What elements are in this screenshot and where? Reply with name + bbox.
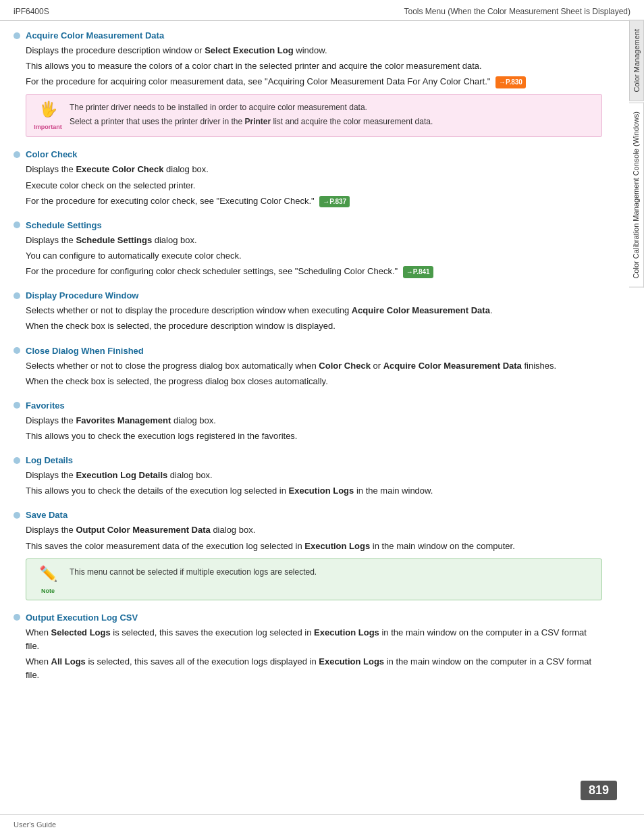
note-icon: ✏️Note: [34, 566, 61, 593]
section-paragraph: When Selected Logs is selected, this sav…: [26, 626, 602, 653]
section-body-output-execution-log: When Selected Logs is selected, this sav…: [14, 626, 602, 683]
hand-icon: 🖐: [39, 98, 57, 121]
section-body-log-details: Displays the Execution Log Details dialo…: [14, 469, 602, 498]
bold-text: Select Execution Log: [205, 45, 293, 55]
section-body-color-check: Displays the Execute Color Check dialog …: [14, 163, 602, 207]
tab-color-calibration[interactable]: Color Calibration Management Console (Wi…: [629, 103, 644, 288]
important-icon: 🖐Important: [34, 101, 61, 128]
section-favorites: FavoritesDisplays the Favorites Manageme…: [14, 400, 602, 443]
bold-text: Color Check: [319, 361, 371, 371]
section-title-text: Favorites: [26, 400, 65, 411]
section-output-execution-log: Output Execution Log CSVWhen Selected Lo…: [14, 613, 602, 683]
section-title-output-execution-log: Output Execution Log CSV: [14, 613, 602, 623]
content-area: Acquire Color Measurement DataDisplays t…: [0, 21, 629, 814]
bullet-icon: [14, 614, 20, 621]
bold-text: Execution Log Details: [76, 470, 167, 480]
note-text: This menu cannot be selected if multiple…: [70, 566, 317, 580]
bold-text: Execution Logs: [319, 656, 384, 667]
bold-text: Acquire Color Measurement Data: [352, 305, 490, 315]
section-close-dialog: Close Dialog When FinishedSelects whethe…: [14, 346, 602, 388]
section-paragraph: For the procedure for acquiring color me…: [26, 75, 602, 88]
bullet-icon: [14, 457, 20, 464]
note-line: Select a printer that uses the printer d…: [70, 115, 433, 128]
section-body-favorites: Displays the Favorites Management dialog…: [14, 414, 602, 443]
section-paragraph: This allows you to check the execution l…: [26, 429, 602, 443]
important-note-box: 🖐ImportantThe printer driver needs to be…: [26, 94, 602, 137]
section-body-save-data: Displays the Output Color Measurement Da…: [14, 523, 602, 600]
section-paragraph: Selects whether or not to display the pr…: [26, 304, 602, 317]
bold-text: All Logs: [51, 656, 86, 667]
section-paragraph: Displays the Output Color Measurement Da…: [26, 523, 602, 537]
bold-text: Favorites Management: [76, 415, 171, 425]
section-title-text: Close Dialog When Finished: [26, 346, 144, 356]
important-label: Important: [34, 123, 62, 132]
bold-text: Execution Logs: [304, 541, 370, 551]
section-title-save-data: Save Data: [14, 510, 602, 520]
page-header: iPF6400S Tools Menu (When the Color Meas…: [0, 0, 644, 21]
section-title-text: Color Check: [26, 149, 78, 159]
bold-text: Output Color Measurement Data: [76, 525, 210, 535]
section-title-color-check: Color Check: [14, 149, 602, 159]
bullet-icon: [14, 347, 20, 354]
section-paragraph: Displays the Favorites Management dialog…: [26, 414, 602, 427]
page-ref-badge: →P.830: [495, 76, 526, 88]
section-title-text: Save Data: [26, 510, 68, 520]
section-title-log-details: Log Details: [14, 455, 602, 465]
section-paragraph: When the check box is selected, the prog…: [26, 375, 602, 388]
bullet-icon: [14, 151, 20, 158]
pencil-icon: ✏️: [39, 563, 57, 585]
section-paragraph: Displays the Execute Color Check dialog …: [26, 163, 602, 176]
section-body-close-dialog: Selects whether or not to close the prog…: [14, 359, 602, 388]
section-paragraph: This allows you to measure the colors of…: [26, 59, 602, 73]
main-content: Acquire Color Measurement DataDisplays t…: [0, 21, 644, 814]
section-paragraph: Displays the Execution Log Details dialo…: [26, 469, 602, 482]
section-title-schedule-settings: Schedule Settings: [14, 220, 602, 230]
section-schedule-settings: Schedule SettingsDisplays the Schedule S…: [14, 220, 602, 278]
section-paragraph: This saves the color measurement data of…: [26, 540, 602, 553]
section-title-text: Log Details: [26, 455, 73, 465]
section-paragraph: This allows you to check the details of …: [26, 484, 602, 498]
bold-text: Execution Logs: [289, 486, 354, 496]
page-ref-badge-green: →P.837: [319, 196, 350, 208]
bullet-icon: [14, 402, 20, 409]
section-title-favorites: Favorites: [14, 400, 602, 411]
section-title-close-dialog: Close Dialog When Finished: [14, 346, 602, 356]
section-color-check: Color CheckDisplays the Execute Color Ch…: [14, 149, 602, 207]
section-title-text: Schedule Settings: [26, 220, 102, 230]
section-paragraph: For the procedure for configuring color …: [26, 265, 602, 278]
note-line: The printer driver needs to be installed…: [70, 101, 433, 113]
bold-text: Acquire Color Measurement Data: [383, 361, 522, 371]
section-body-acquire-color: Displays the procedure description windo…: [14, 44, 602, 137]
bold-text: Execution Logs: [314, 627, 379, 637]
section-save-data: Save DataDisplays the Output Color Measu…: [14, 510, 602, 600]
section-paragraph: For the procedure for executing color ch…: [26, 194, 602, 208]
section-paragraph: Displays the Schedule Settings dialog bo…: [26, 234, 602, 247]
bullet-icon: [14, 512, 20, 519]
bullet-icon: [14, 32, 20, 39]
section-title-acquire-color: Acquire Color Measurement Data: [14, 30, 602, 41]
bold-text: Selected Logs: [51, 627, 111, 637]
note-line: This menu cannot be selected if multiple…: [70, 566, 317, 578]
tab-color-management[interactable]: Color Management: [629, 20, 644, 101]
bold-text: Execute Color Check: [76, 164, 163, 174]
section-paragraph: You can configure to automatically execu…: [26, 249, 602, 263]
header-left: iPF6400S: [14, 7, 49, 16]
section-acquire-color: Acquire Color Measurement DataDisplays t…: [14, 30, 602, 137]
bullet-icon: [14, 221, 20, 228]
section-paragraph: When the check box is selected, the proc…: [26, 319, 602, 333]
section-title-text: Display Procedure Window: [26, 290, 138, 301]
page-footer: User's Guide: [0, 814, 644, 834]
section-display-procedure-window: Display Procedure WindowSelects whether …: [14, 290, 602, 333]
footer-left: User's Guide: [14, 820, 56, 829]
bold-text: Schedule Settings: [76, 235, 152, 245]
section-title-text: Output Execution Log CSV: [26, 613, 138, 623]
section-body-schedule-settings: Displays the Schedule Settings dialog bo…: [14, 234, 602, 278]
page-number: 819: [581, 781, 617, 800]
section-title-display-procedure-window: Display Procedure Window: [14, 290, 602, 301]
section-paragraph: Selects whether or not to close the prog…: [26, 359, 602, 373]
section-paragraph: When All Logs is selected, this saves al…: [26, 655, 602, 682]
note-box: ✏️NoteThis menu cannot be selected if mu…: [26, 558, 602, 600]
note-label: Note: [41, 587, 55, 596]
section-title-text: Acquire Color Measurement Data: [26, 30, 164, 41]
header-right: Tools Menu (When the Color Measurement S…: [404, 7, 630, 16]
